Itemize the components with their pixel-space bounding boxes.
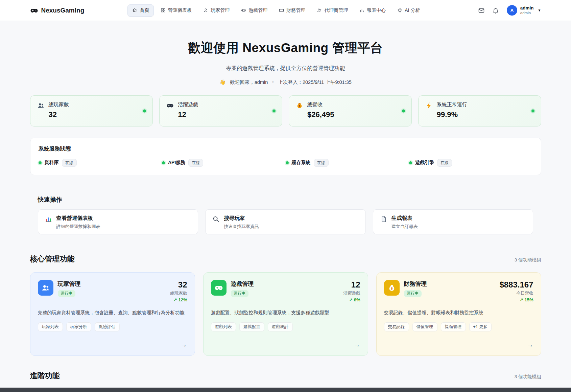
user-menu[interactable]: A admin admin ▼ xyxy=(507,5,541,16)
trend-up: ↗ 8% xyxy=(343,297,360,302)
status-badge: 在線 xyxy=(314,159,329,167)
tag: 玩家分析 xyxy=(66,322,91,331)
feature-card-finance-management[interactable]: $ 財務管理 運行中 $883.167 今日營收 ↗ 15% 交易記錄、儲值提領… xyxy=(376,272,541,356)
nav-item-agents[interactable]: 代理商管理 xyxy=(312,4,353,17)
arrow-right-icon: → xyxy=(181,338,187,348)
user-icon xyxy=(203,8,208,13)
money-bag-icon: $ xyxy=(296,102,303,109)
stat-value: 32 xyxy=(49,110,69,119)
notifications-button[interactable] xyxy=(490,5,501,16)
credit-card-icon xyxy=(279,8,284,13)
feature-card-game-management[interactable]: 遊戲管理 運行中 12 活躍遊戲 ↗ 8% 遊戲配置、狀態監控和規則管理系統，支… xyxy=(203,272,368,356)
cpu-icon xyxy=(397,8,402,13)
quick-action-search-player[interactable]: 搜尋玩家 快速查找玩家資訊 xyxy=(205,209,366,234)
main-content: 歡迎使用 NexusGaming 管理平台 專業的遊戲管理系統，提供全方位的營運… xyxy=(30,21,541,392)
nav-item-ai[interactable]: AI 分析 xyxy=(392,4,425,17)
nav-item-reports[interactable]: 報表中心 xyxy=(355,4,390,17)
card-description: 交易記錄、儲值提領、對帳報表和財務監控系統 xyxy=(384,309,533,317)
bar-chart-icon xyxy=(359,8,364,13)
nav-item-players[interactable]: 玩家管理 xyxy=(198,4,234,17)
main-nav: 首頁 營運儀表板 玩家管理 遊戲管理 財務管理 代理商管理 xyxy=(127,4,425,17)
quick-action-generate-report[interactable]: 生成報表 建立自訂報表 xyxy=(373,209,533,234)
status-badge: 在線 xyxy=(437,159,452,167)
running-badge: 運行中 xyxy=(231,290,249,297)
status-badge: 在線 xyxy=(62,159,77,167)
core-section-title: 核心管理功能 xyxy=(30,254,75,264)
nav-item-home[interactable]: 首頁 xyxy=(127,4,154,17)
wave-icon: 👋 xyxy=(219,79,225,85)
service-item-api: API服務 在線 xyxy=(162,159,286,167)
gamepad-icon xyxy=(166,102,174,109)
stat-card-uptime: 系統正常運行 99.9% xyxy=(418,95,541,126)
tag: 提領管理 xyxy=(441,322,466,331)
advanced-module-count: 3 個功能模組 xyxy=(515,374,541,380)
status-dot xyxy=(402,109,405,112)
tag: 交易記錄 xyxy=(384,322,409,331)
grid-icon xyxy=(161,8,166,13)
stat-label: 總營收 xyxy=(307,101,334,108)
card-description: 完整的玩家資料管理系統，包含註冊、查詢、點數管理和行為分析功能 xyxy=(38,309,187,317)
tag: 遊戲統計 xyxy=(268,322,293,331)
bar-chart-icon xyxy=(45,215,52,223)
avatar: A xyxy=(507,5,517,16)
card-value-label: 總玩家數 xyxy=(170,291,187,296)
search-icon xyxy=(212,215,219,223)
nav-right: A admin admin ▼ xyxy=(476,5,541,16)
stat-value: 99.9% xyxy=(437,110,467,119)
svg-text:$: $ xyxy=(390,286,392,290)
document-icon xyxy=(380,215,387,223)
trend-up: ↗ 15% xyxy=(499,297,533,302)
users-icon xyxy=(38,280,53,296)
running-badge: 運行中 xyxy=(58,290,76,297)
stat-card-total-players: 總玩家數 32 xyxy=(30,95,153,126)
top-navbar: NexusGaming 首頁 營運儀表板 玩家管理 遊戲管理 財務管理 xyxy=(0,0,571,21)
last-login-text: 上次登入：2025/9/11 上午9:01:35 xyxy=(278,79,351,86)
card-title: 玩家管理 xyxy=(58,280,81,288)
mail-button[interactable] xyxy=(476,5,487,16)
chevron-down-icon: ▼ xyxy=(538,8,541,12)
user-name: admin xyxy=(520,5,534,11)
tag: 風險評估 xyxy=(95,322,120,331)
status-dot xyxy=(162,161,165,164)
stat-label: 系統正常運行 xyxy=(437,101,467,108)
user-role: admin xyxy=(520,11,534,16)
service-status-panel: 系統服務狀態 資料庫 在線 API服務 在線 緩存系統 在線 遊戲引擎 在線 xyxy=(30,138,541,175)
card-description: 遊戲配置、狀態監控和規則管理系統，支援多種遊戲類型 xyxy=(211,309,360,317)
bottom-strip xyxy=(0,388,571,392)
nav-item-finance[interactable]: 財務管理 xyxy=(274,4,310,17)
service-item-game-engine: 遊戲引擎 在線 xyxy=(409,159,533,167)
stat-cards: 總玩家數 32 活躍遊戲 12 $ 總營收 $26,495 系統正常運行 xyxy=(30,95,541,126)
separator-dot: • xyxy=(272,80,273,85)
nav-item-dashboard[interactable]: 營運儀表板 xyxy=(156,4,196,17)
core-feature-cards: 玩家管理 運行中 32 總玩家數 ↗ 12% 完整的玩家資料管理系統，包含註冊、… xyxy=(30,272,541,356)
card-value-label: 活躍遊戲 xyxy=(343,291,360,296)
status-dot xyxy=(272,109,276,112)
card-value: 32 xyxy=(170,280,187,290)
service-item-database: 資料庫 在線 xyxy=(39,159,162,167)
stat-card-total-revenue: $ 總營收 $26,495 xyxy=(289,95,412,126)
tag: 遊戲配置 xyxy=(239,322,264,331)
brand: NexusGaming xyxy=(30,6,85,15)
mail-icon xyxy=(478,7,485,14)
svg-text:$: $ xyxy=(299,105,300,108)
arrow-right-icon: → xyxy=(527,338,533,348)
gamepad-icon xyxy=(241,8,246,13)
card-value-label: 今日營收 xyxy=(499,291,533,296)
arrow-right-icon: → xyxy=(354,338,360,348)
stat-value: $26,495 xyxy=(307,110,334,119)
feature-card-player-management[interactable]: 玩家管理 運行中 32 總玩家數 ↗ 12% 完整的玩家資料管理系統，包含註冊、… xyxy=(30,272,195,356)
service-item-cache: 緩存系統 在線 xyxy=(286,159,409,167)
card-value: $883.167 xyxy=(499,280,533,290)
gamepad-logo-icon xyxy=(30,6,38,15)
quick-actions-section: 快速操作 查看營運儀表板 詳細的營運數據和圖表 搜尋玩家 快速查找玩家資訊 xyxy=(30,195,541,234)
advanced-section-header: 進階功能 3 個功能模組 xyxy=(30,371,541,381)
card-title: 財務管理 xyxy=(404,280,427,288)
trend-up: ↗ 12% xyxy=(170,297,187,302)
core-module-count: 3 個功能模組 xyxy=(515,257,541,263)
status-dot xyxy=(143,109,146,112)
stat-card-active-games: 活躍遊戲 12 xyxy=(159,95,282,126)
advanced-section-title: 進階功能 xyxy=(30,371,60,381)
status-dot xyxy=(39,161,42,164)
quick-action-dashboard[interactable]: 查看營運儀表板 詳細的營運數據和圖表 xyxy=(38,209,198,234)
nav-item-games[interactable]: 遊戲管理 xyxy=(236,4,272,17)
